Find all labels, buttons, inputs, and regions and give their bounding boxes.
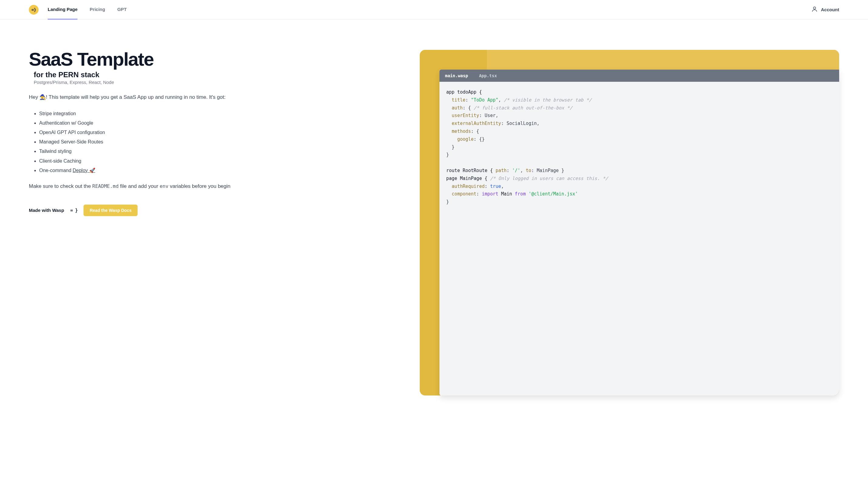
code-l11-pathrest: :: [507, 168, 512, 173]
code-l15: }: [446, 199, 449, 204]
code-l12-a: page MainPage {: [446, 176, 490, 181]
code-tabbar: main.wasp App.tsx: [440, 70, 839, 82]
top-nav: =} Landing Page Pricing GPT Account: [0, 0, 868, 19]
code-l14-from: from: [515, 191, 526, 197]
read-docs-button[interactable]: Read the Wasp Docs: [83, 204, 137, 216]
svg-point-0: [813, 7, 815, 9]
hero-copy: SaaS Template for the PERN stack Postgre…: [29, 50, 402, 216]
hero: SaaS Template for the PERN stack Postgre…: [0, 19, 868, 407]
outro-text: Make sure to check out the README.md fil…: [29, 182, 402, 191]
code-l02-key: title: [452, 97, 465, 103]
code-l01: app todoApp {: [446, 89, 482, 95]
code-l02-comma: ,: [498, 97, 501, 103]
tab-landing-page[interactable]: Landing Page: [48, 0, 78, 19]
feature-item-deploy: One-command Deploy 🚀: [39, 166, 402, 175]
code-l08: }: [446, 144, 454, 150]
code-l12-com: /* Only logged in users can access this.…: [490, 176, 608, 181]
code-l06-key: methods: [452, 129, 471, 134]
intro-prefix: Hey: [29, 94, 40, 100]
code-l14-import: import: [482, 191, 498, 197]
code-l02-colon: :: [465, 97, 471, 103]
deploy-prefix: One-command: [39, 168, 73, 173]
tab-gpt[interactable]: GPT: [117, 0, 127, 19]
code-l13-key: authRequired: [452, 184, 484, 189]
code-l07-key: google: [457, 137, 474, 142]
nav-left: =} Landing Page Pricing GPT: [29, 0, 127, 19]
code-l07-rest: : {}: [474, 137, 485, 142]
code-l03-rest: : {: [463, 105, 474, 111]
hero-illustration: main.wasp App.tsx app todoApp { title: "…: [420, 50, 839, 395]
code-l09: }: [446, 152, 449, 158]
code-l14-rest: :: [476, 191, 482, 197]
intro-rest: ! This template will help you get a SaaS…: [46, 94, 226, 100]
cta-row: Made with Wasp = } Read the Wasp Docs: [29, 204, 402, 216]
nav-tabs: Landing Page Pricing GPT: [48, 0, 127, 19]
feature-item: Authentication w/ Google: [39, 118, 402, 128]
feature-list: Stripe integration Authentication w/ Goo…: [39, 109, 402, 175]
code-l13-comma: ,: [501, 184, 504, 189]
stack-line: Postgres/Prisma, Express, React, Node: [34, 80, 402, 85]
code-l13-bool: true: [490, 184, 501, 189]
account-link[interactable]: Account: [811, 6, 839, 14]
outro-b: file and add your: [119, 183, 160, 189]
code-tab-main-wasp[interactable]: main.wasp: [440, 70, 474, 82]
code-l03-com: /* full-stack auth out-of-the-box */: [474, 105, 572, 111]
wizard-emoji: 🧙: [40, 94, 46, 100]
code-l11-tokey: to: [526, 168, 531, 173]
code-l04-key: userEntity: [452, 113, 479, 118]
code-window: main.wasp App.tsx app todoApp { title: "…: [420, 50, 839, 395]
code-l06-rest: : {: [471, 129, 479, 134]
code-l13-rest: :: [485, 184, 490, 189]
code-card: main.wasp App.tsx app todoApp { title: "…: [440, 70, 839, 395]
code-l14-str: '@client/Main.jsx': [528, 191, 578, 197]
code-l11-pathkey: path: [496, 168, 507, 173]
code-l11-a: route RootRoute {: [446, 168, 496, 173]
code-l04-rest: : User,: [479, 113, 498, 118]
intro-text: Hey 🧙! This template will help you get a…: [29, 93, 402, 102]
page-subtitle: for the PERN stack: [34, 71, 402, 79]
wasp-logo[interactable]: =}: [29, 5, 39, 14]
env-code: env: [160, 183, 168, 189]
user-icon: [811, 6, 818, 14]
outro-a: Make sure to check out the: [29, 183, 92, 189]
page-title: SaaS Template: [29, 50, 402, 69]
code-l05-key: externalAuthEntity: [452, 121, 501, 126]
feature-item: OpenAI GPT API configuration: [39, 128, 402, 137]
feature-item: Client-side Caching: [39, 156, 402, 166]
code-l05-rest: : SocialLogin,: [501, 121, 539, 126]
outro-c: variables before you begin: [168, 183, 230, 189]
code-body: app todoApp { title: "ToDo App", /* visi…: [440, 82, 839, 213]
account-label: Account: [821, 7, 839, 12]
code-l03-key: auth: [452, 105, 463, 111]
code-l14-main: Main: [498, 191, 515, 197]
code-l02-str: "ToDo App": [471, 97, 498, 103]
code-l11-torest: : MainPage }: [531, 168, 564, 173]
feature-item: Tailwind styling: [39, 147, 402, 156]
wasp-mark: = }: [70, 208, 78, 213]
feature-item: Stripe integration: [39, 109, 402, 118]
feature-item: Managed Server-Side Routes: [39, 137, 402, 147]
code-l14-key: component: [452, 191, 476, 197]
code-l11-pathstr: '/': [512, 168, 520, 173]
tab-pricing[interactable]: Pricing: [90, 0, 105, 19]
code-l14-space: [526, 191, 528, 197]
code-l02-com: /* visible in the browser tab */: [501, 97, 592, 103]
code-tab-app-tsx[interactable]: App.tsx: [474, 70, 502, 82]
readme-code: README.md: [92, 183, 119, 189]
deploy-link[interactable]: Deploy 🚀: [73, 168, 95, 173]
code-l11-mid: ,: [520, 168, 526, 173]
made-with-label: Made with Wasp: [29, 208, 64, 213]
